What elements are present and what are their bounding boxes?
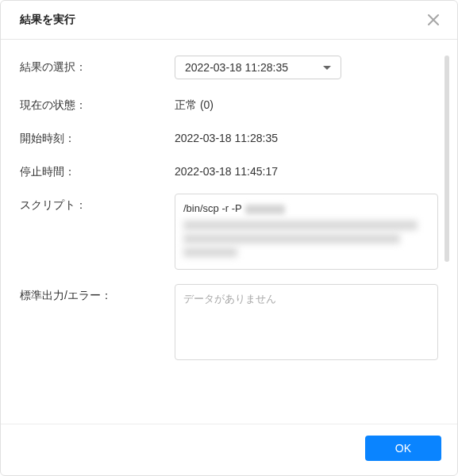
- redacted-content: [183, 248, 237, 257]
- close-icon: [428, 14, 439, 25]
- select-result-value: 2022-03-18 11:28:35: [185, 61, 288, 74]
- select-result-label: 結果の選択：: [20, 56, 175, 75]
- start-time-value: 2022-03-18 11:28:35: [175, 127, 438, 144]
- status-label: 現在の状態：: [20, 94, 175, 113]
- script-textbox[interactable]: /bin/scp -r -P: [175, 194, 438, 270]
- run-result-dialog: 結果を実行 結果の選択： 2022-03-18 11:28:35 現在の状態： …: [0, 0, 458, 476]
- script-label: スクリプト：: [20, 194, 175, 213]
- start-time-label: 開始時刻：: [20, 127, 175, 146]
- stop-time-label: 停止時間：: [20, 160, 175, 179]
- dialog-body: 結果の選択： 2022-03-18 11:28:35 現在の状態： 正常 (0)…: [1, 40, 457, 424]
- output-label: 標準出力/エラー：: [20, 284, 175, 303]
- dialog-title: 結果を実行: [20, 13, 75, 27]
- row-select-result: 結果の選択： 2022-03-18 11:28:35: [20, 56, 438, 79]
- redacted-content: [245, 205, 285, 214]
- row-status: 現在の状態： 正常 (0): [20, 94, 438, 113]
- stop-time-value: 2022-03-18 11:45:17: [175, 160, 438, 178]
- row-start-time: 開始時刻： 2022-03-18 11:28:35: [20, 127, 438, 146]
- close-button[interactable]: [425, 12, 441, 28]
- row-script: スクリプト： /bin/scp -r -P: [20, 194, 438, 270]
- redacted-content: [183, 221, 418, 230]
- scrollbar[interactable]: [445, 56, 449, 262]
- status-value: 正常 (0): [175, 94, 438, 113]
- row-output: 標準出力/エラー： データがありません: [20, 284, 438, 360]
- script-content-prefix: /bin/scp -r -P: [183, 202, 242, 214]
- select-result-dropdown[interactable]: 2022-03-18 11:28:35: [175, 56, 341, 79]
- scrollbar-thumb[interactable]: [445, 56, 449, 262]
- chevron-down-icon: [323, 66, 331, 70]
- dialog-footer: OK: [1, 424, 457, 475]
- ok-button[interactable]: OK: [365, 436, 441, 461]
- row-stop-time: 停止時間： 2022-03-18 11:45:17: [20, 160, 438, 179]
- redacted-content: [183, 234, 400, 244]
- dialog-header: 結果を実行: [1, 1, 457, 40]
- output-textbox[interactable]: データがありません: [175, 284, 438, 360]
